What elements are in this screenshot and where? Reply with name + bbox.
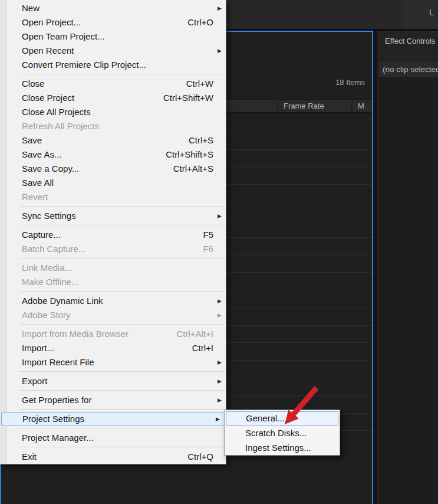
menu-item-project-manager[interactable]: Project Manager... (0, 431, 226, 445)
menu-item-close-all-projects[interactable]: Close All Projects (0, 105, 226, 119)
menu-item-label: Project Settings (22, 414, 84, 424)
menu-item-adobe-dynamic-link[interactable]: Adobe Dynamic Link▶ (0, 294, 226, 308)
effect-controls-content (379, 77, 438, 504)
menu-item-shortcut: Ctrl+Alt+S (173, 162, 213, 176)
menu-item-label: Open Team Project... (22, 31, 105, 41)
menu-item-save-all[interactable]: Save All (0, 176, 226, 190)
menu-item-link-media[interactable]: Link Media... (0, 261, 226, 275)
menu-item-convert-premiere-clip-project[interactable]: Convert Premiere Clip Project... (0, 58, 226, 72)
menu-item-close[interactable]: CloseCtrl+W (0, 77, 226, 91)
menu-item-label: Link Media... (22, 263, 72, 273)
menu-item-label: Save As... (22, 149, 62, 159)
menu-item-open-project[interactable]: Open Project...Ctrl+O (0, 15, 226, 30)
menu-item-label: Save (22, 135, 42, 145)
submenu-arrow-icon: ▶ (218, 393, 222, 407)
column-header-media[interactable]: M (358, 100, 364, 113)
menu-item-label: Import from Media Browser (22, 329, 129, 339)
menu-item-label: Save a Copy... (22, 163, 79, 174)
menu-item-shortcut: Ctrl+Alt+I (176, 327, 213, 341)
menu-separator (0, 223, 226, 228)
menu-item-label: Adobe Dynamic Link (22, 296, 103, 306)
menu-separator (0, 256, 226, 261)
menu-item-shortcut: Ctrl+Shift+W (163, 91, 213, 105)
menu-separator (0, 289, 226, 294)
menu-item-label: Revert (22, 192, 48, 202)
menu-item-label: Import Recent File (22, 357, 94, 367)
menu-separator (0, 426, 226, 431)
menu-item-import-recent-file[interactable]: Import Recent File▶ (0, 355, 226, 369)
menu-item-label: Refresh All Projects (22, 121, 99, 131)
menu-item-get-properties-for[interactable]: Get Properties for▶ (0, 393, 226, 407)
menu-item-label: Get Properties for (22, 395, 91, 405)
submenu-arrow-icon: ▶ (216, 413, 220, 426)
menu-item-label: Project Manager... (22, 433, 94, 443)
menu-item-shortcut: Ctrl+Shift+S (166, 148, 213, 162)
menu-item-label: Close (22, 78, 44, 89)
menu-item-shortcut: Ctrl+Q (187, 450, 213, 464)
menu-item-save[interactable]: SaveCtrl+S (0, 133, 226, 148)
menu-item-label: Make Offline... (22, 277, 78, 287)
submenu-arrow-icon: ▶ (218, 44, 222, 58)
menu-item-shortcut: Ctrl+S (189, 133, 213, 148)
menu-item-save-a-copy[interactable]: Save a Copy...Ctrl+Alt+S (0, 162, 226, 176)
submenu-arrow-icon: ▶ (218, 308, 222, 322)
menu-item-save-as[interactable]: Save As...Ctrl+Shift+S (0, 148, 226, 162)
menu-item-sync-settings[interactable]: Sync Settings▶ (0, 209, 226, 223)
menu-item-label: Open Project... (22, 17, 81, 27)
menu-item-label: Save All (22, 178, 54, 188)
menu-item-make-offline[interactable]: Make Offline... (0, 275, 226, 289)
premiere-pro-window: L 18 Items Frame Rate M Effect Controls … (0, 0, 438, 504)
submenu-arrow-icon: ▶ (218, 294, 222, 308)
menu-item-label: Batch Capture... (22, 244, 85, 254)
menu-item-label: New (22, 3, 39, 13)
file-menu-dropdown: New▶Open Project...Ctrl+OOpen Team Proje… (0, 0, 226, 464)
menu-item-open-team-project[interactable]: Open Team Project... (0, 30, 226, 44)
top-right-cropped-label: L (429, 7, 434, 17)
menu-item-label: Convert Premiere Clip Project... (22, 60, 146, 70)
menu-item-label: Adobe Story (22, 310, 71, 320)
submenu-arrow-icon: ▶ (218, 1, 222, 15)
menu-separator (0, 407, 226, 412)
menu-item-shortcut: Ctrl+I (192, 341, 213, 355)
menu-item-shortcut: F5 (203, 228, 213, 242)
menu-item-adobe-story[interactable]: Adobe Story▶ (0, 308, 226, 322)
menu-item-capture[interactable]: Capture...F5 (0, 228, 226, 242)
menu-item-label: Export (22, 376, 47, 386)
menu-item-label: Close Project (22, 93, 74, 103)
menu-separator (0, 322, 226, 327)
menu-item-batch-capture[interactable]: Batch Capture...F6 (0, 242, 226, 256)
menu-item-shortcut: F6 (203, 242, 213, 256)
menu-item-import-from-media-browser[interactable]: Import from Media BrowserCtrl+Alt+I (0, 327, 226, 341)
menu-item-project-settings[interactable]: Project Settings▶ (1, 412, 225, 426)
menu-separator (0, 388, 226, 393)
column-divider (277, 100, 278, 112)
submenu-arrow-icon: ▶ (218, 355, 222, 369)
submenu-item-general[interactable]: General... (226, 411, 338, 426)
menu-item-label: Sync Settings (22, 211, 76, 221)
submenu-item-ingest-settings[interactable]: Ingest Settings... (225, 440, 340, 455)
column-divider (351, 100, 353, 112)
menu-item-label: Import... (22, 343, 54, 353)
menu-item-shortcut: Ctrl+W (186, 77, 213, 91)
menu-item-open-recent[interactable]: Open Recent▶ (0, 44, 226, 58)
menu-item-close-project[interactable]: Close ProjectCtrl+Shift+W (0, 91, 226, 105)
items-count-label: 18 Items (335, 78, 365, 87)
menu-item-label: Close All Projects (22, 107, 91, 117)
menu-item-exit[interactable]: ExitCtrl+Q (0, 450, 226, 464)
effect-controls-panel: Effect Controls (no clip selected) (377, 31, 438, 504)
menu-item-shortcut: Ctrl+O (187, 15, 213, 30)
clip-status-bar: (no clip selected) (379, 62, 438, 77)
menu-separator (0, 204, 226, 209)
menu-separator (0, 369, 226, 374)
menu-separator (0, 72, 226, 77)
tab-effect-controls[interactable]: Effect Controls (385, 37, 435, 45)
submenu-item-scratch-disks[interactable]: Scratch Disks... (225, 426, 340, 440)
menu-item-new[interactable]: New▶ (0, 1, 226, 15)
menu-item-revert[interactable]: Revert (0, 190, 226, 204)
menu-item-export[interactable]: Export▶ (0, 374, 226, 388)
menu-item-import[interactable]: Import...Ctrl+I (0, 341, 226, 355)
submenu-arrow-icon: ▶ (218, 374, 222, 388)
menu-item-label: Open Recent (22, 45, 74, 55)
menu-item-refresh-all-projects[interactable]: Refresh All Projects (0, 119, 226, 133)
column-header-frame-rate[interactable]: Frame Rate (284, 100, 324, 113)
